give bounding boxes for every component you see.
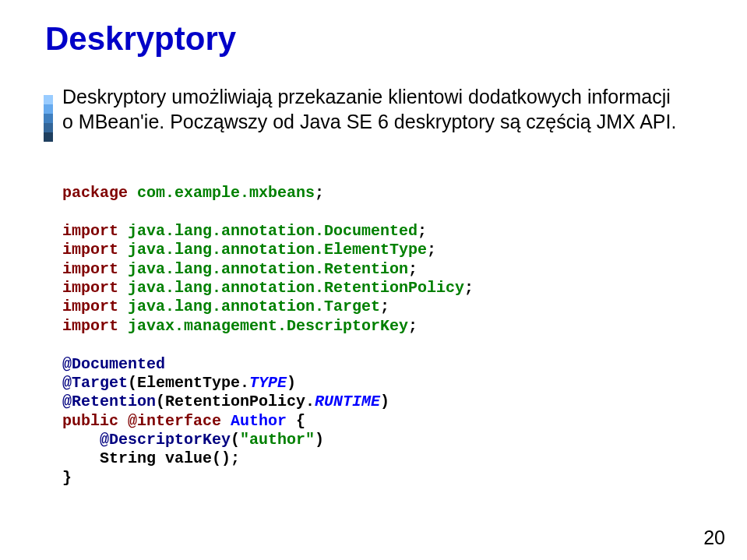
stripe-block [44,114,53,123]
keyword-import: import [62,279,118,297]
page-number: 20 [703,527,725,549]
retentionpolicy-prefix: RetentionPolicy. [165,393,315,410]
annotation-retention: @Retention [62,393,156,410]
stripe-block [44,123,53,132]
outline-stripe-icon [44,95,53,142]
package-name: com.example.mxbeans [137,184,315,202]
annotation-documented: @Documented [62,355,165,373]
stripe-block [44,95,53,104]
elementtype-const: TYPE [249,374,287,392]
retentionpolicy-const: RUNTIME [315,393,380,410]
stripe-block [44,132,53,142]
slide-title: Deskryptory [45,20,236,58]
slide: Deskryptory Deskryptory umożliwiają prze… [0,0,747,560]
import-path: java.lang.annotation.Retention [128,260,408,278]
keyword-package: package [62,184,128,202]
class-name: Author [231,412,287,430]
string-literal: "author" [240,431,315,449]
import-path: java.lang.annotation.RetentionPolicy [128,279,464,297]
return-line: String value(); [62,449,240,467]
keyword-atinterface: @interface [128,412,221,430]
annotation-target: @Target [62,374,128,392]
keyword-public: public [62,412,118,430]
body-text: Deskryptory umożliwiają przekazanie klie… [62,84,685,134]
brace-close: } [62,469,72,487]
import-path: javax.management.DescriptorKey [128,317,408,335]
import-path: java.lang.annotation.Documented [128,222,418,240]
keyword-import: import [62,222,118,240]
import-path: java.lang.annotation.ElementType [128,241,427,259]
keyword-import: import [62,298,118,315]
stripe-block [44,104,53,114]
keyword-import: import [62,241,118,259]
elementtype-prefix: ElementType. [137,374,249,392]
import-path: java.lang.annotation.Target [128,298,380,315]
annotation-descriptorkey: @DescriptorKey [100,431,231,449]
code-block: package com.example.mxbeans; import java… [62,184,701,488]
keyword-import: import [62,260,118,278]
keyword-import: import [62,317,118,335]
